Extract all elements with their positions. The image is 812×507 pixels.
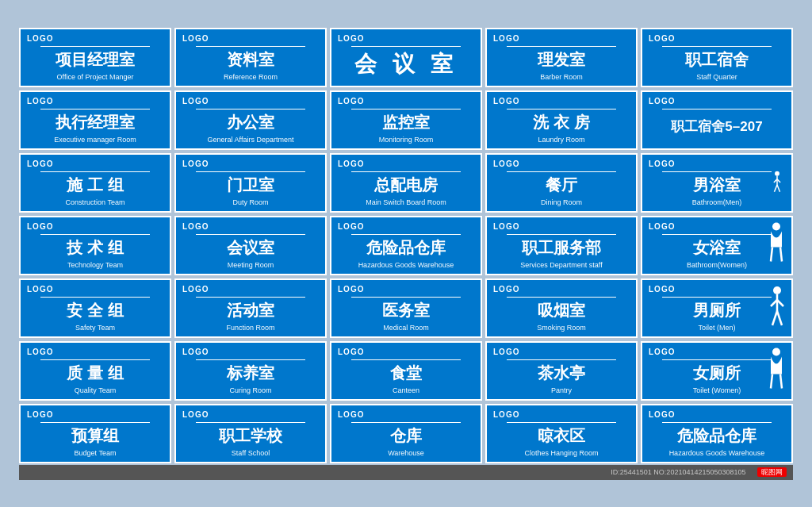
svg-line-17: [780, 374, 782, 389]
card-english-21: Function Room: [182, 324, 319, 332]
card-14: LOGO男浴室Bathroom(Men): [641, 153, 793, 213]
card-english-16: Meeting Room: [182, 261, 319, 269]
card-chinese-17: 危险品仓库: [338, 236, 474, 259]
svg-point-0: [775, 171, 779, 176]
card-logo-2: LOGO: [338, 34, 474, 43]
woman-icon-29: [764, 348, 788, 394]
card-8: LOGO洗 衣 房Laundry Room: [485, 90, 638, 150]
card-15: LOGO技 术 组Technology Team: [19, 216, 171, 275]
card-chinese-22: 医务室: [338, 299, 474, 321]
card-27: LOGO食堂Canteen: [330, 341, 482, 401]
svg-line-7: [771, 248, 772, 262]
card-english-0: Office of Project Manger: [27, 73, 163, 81]
card-logo-34: LOGO: [649, 410, 785, 419]
card-logo-21: LOGO: [182, 285, 319, 294]
card-logo-18: LOGO: [493, 222, 630, 231]
card-logo-3: LOGO: [493, 34, 630, 43]
card-chinese-0: 项目经理室: [27, 48, 163, 71]
woman-shower-icon-19: [764, 222, 788, 269]
card-3: LOGO理发室Barber Room: [485, 28, 638, 87]
card-logo-7: LOGO: [338, 97, 474, 106]
card-chinese-30: 预算组: [27, 424, 163, 447]
card-chinese-11: 门卫室: [182, 174, 319, 196]
man-icon-24: [766, 286, 788, 330]
card-chinese-34: 危险品仓库: [649, 424, 785, 447]
board: LOGO项目经理室Office of Project MangerLOGO资料室…: [10, 18, 802, 490]
card-chinese-10: 施 工 组: [27, 174, 163, 196]
card-logo-15: LOGO: [27, 222, 163, 231]
card-chinese-6: 办公室: [182, 111, 319, 133]
card-chinese-33: 晾衣区: [493, 424, 630, 447]
svg-point-6: [772, 223, 780, 231]
card-28: LOGO茶水亭Pantry: [485, 341, 638, 401]
card-12: LOGO总配电房Main Switch Board Room: [330, 153, 482, 213]
card-logo-32: LOGO: [338, 410, 474, 419]
card-english-3: Barber Room: [493, 73, 630, 81]
nipic-logo: 昵图网: [757, 467, 787, 477]
card-32: LOGO仓库Warehouse: [330, 404, 482, 463]
card-chinese-5: 执行经理室: [27, 111, 163, 133]
card-logo-10: LOGO: [27, 159, 163, 168]
card-english-32: Warehouse: [338, 449, 474, 457]
card-english-17: Hazardous Goods Warehouse: [338, 261, 474, 269]
card-logo-23: LOGO: [493, 285, 630, 294]
card-logo-12: LOGO: [338, 159, 474, 168]
card-english-12: Main Switch Board Room: [338, 198, 474, 206]
card-chinese-4: 职工宿舍: [649, 48, 785, 71]
card-5: LOGO执行经理室Executive manager Room: [19, 90, 171, 150]
card-english-4: Staff Quarter: [649, 73, 785, 81]
card-4: LOGO职工宿舍Staff Quarter: [641, 28, 793, 87]
card-english-22: Medical Room: [338, 324, 474, 332]
card-logo-24: LOGO: [649, 285, 785, 294]
card-10: LOGO施 工 组Construction Team: [19, 153, 171, 213]
card-logo-4: LOGO: [649, 34, 785, 43]
card-logo-1: LOGO: [182, 34, 319, 43]
card-19: LOGO女浴室Bathroom(Women): [641, 216, 793, 275]
card-chinese-25: 质 量 组: [27, 362, 163, 384]
card-english-34: Hazardous Goods Warehouse: [649, 449, 785, 457]
card-english-10: Construction Team: [27, 198, 163, 206]
card-english-30: Budget Team: [27, 449, 163, 457]
card-chinese-21: 活动室: [182, 299, 319, 321]
card-logo-17: LOGO: [338, 222, 474, 231]
card-logo-13: LOGO: [493, 159, 630, 168]
card-english-31: Staff School: [182, 449, 319, 457]
card-16: LOGO会议室Meeting Room: [174, 216, 327, 275]
card-7: LOGO监控室Monitoring Room: [330, 90, 482, 150]
card-30: LOGO预算组Budget Team: [19, 404, 171, 463]
svg-line-16: [771, 374, 772, 389]
man-shower-icon-14: [766, 171, 788, 194]
card-0: LOGO项目经理室Office of Project Manger: [19, 28, 171, 87]
card-13: LOGO餐厅Dining Room: [485, 153, 638, 213]
card-6: LOGO办公室General Affairs Department: [174, 90, 327, 150]
card-25: LOGO质 量 组Quality Team: [19, 341, 171, 401]
card-logo-26: LOGO: [182, 348, 319, 356]
card-chinese-1: 资料室: [182, 48, 319, 71]
card-logo-8: LOGO: [493, 97, 630, 106]
card-22: LOGO医务室Medical Room: [330, 278, 482, 338]
card-logo-20: LOGO: [27, 285, 163, 294]
card-23: LOGO吸烟室Smoking Room: [485, 278, 638, 338]
card-english-14: Bathroom(Men): [649, 198, 785, 206]
card-17: LOGO危险品仓库Hazardous Goods Warehouse: [330, 216, 482, 275]
card-logo-11: LOGO: [182, 159, 319, 168]
card-chinese-23: 吸烟室: [493, 299, 630, 321]
card-chinese-24: 男厕所: [649, 299, 785, 321]
card-english-25: Quality Team: [27, 386, 163, 394]
card-english-20: Safety Team: [27, 324, 163, 332]
card-chinese-16: 会议室: [182, 236, 319, 259]
card-english-15: Technology Team: [27, 261, 163, 269]
card-chinese-7: 监控室: [338, 111, 474, 133]
card-chinese-27: 食堂: [338, 362, 474, 384]
card-chinese-3: 理发室: [493, 48, 630, 71]
card-logo-9: LOGO: [649, 97, 785, 106]
card-2: LOGO会 议 室: [330, 28, 482, 87]
svg-line-14: [777, 311, 782, 325]
card-logo-0: LOGO: [27, 34, 163, 43]
card-logo-28: LOGO: [493, 348, 630, 356]
card-logo-5: LOGO: [27, 97, 163, 106]
svg-line-8: [780, 248, 782, 262]
card-chinese-18: 职工服务部: [493, 236, 630, 259]
bottom-bar: ID:25441501 NO:20210414215050308105 昵图网: [19, 465, 793, 480]
bottom-info: ID:25441501 NO:20210414215050308105: [611, 468, 745, 476]
